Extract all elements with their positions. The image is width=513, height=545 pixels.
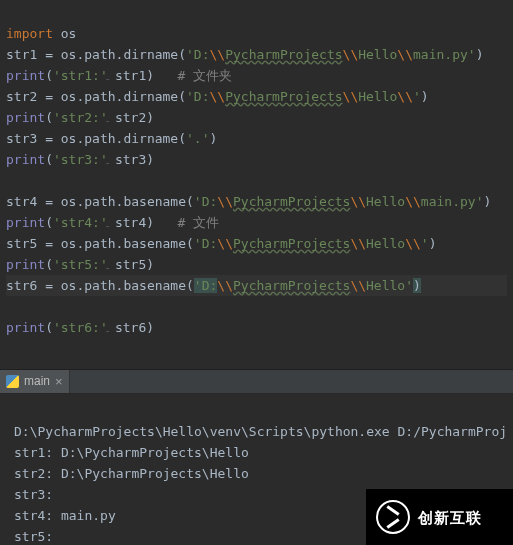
- console-line: D:\PycharmProjects\Hello\venv\Scripts\py…: [14, 424, 507, 439]
- code-line: print('str4:'str4) # 文件: [6, 215, 219, 230]
- watermark-text: 创新互联: [418, 507, 482, 528]
- run-tabbar: main ×: [0, 369, 513, 394]
- blank-line: [6, 341, 14, 356]
- code-line: print('str2:'str2): [6, 110, 154, 125]
- code-line: str3 = os.path.dirname('.'): [6, 131, 217, 146]
- code-line: print('str5:'str5): [6, 257, 154, 272]
- code-line: str4 = os.path.basename('D:\\PycharmProj…: [6, 194, 491, 209]
- code-line: print('str6:'str6): [6, 320, 154, 335]
- code-line: print('str1:'str1) # 文件夹: [6, 68, 232, 83]
- blank-line: [6, 173, 14, 188]
- code-line: import os: [6, 26, 76, 41]
- code-line-active: str6 = os.path.basename('D:\\PycharmProj…: [6, 275, 507, 296]
- tab-label: main: [24, 371, 50, 392]
- code-editor[interactable]: import os str1 = os.path.dirname('D:\\Py…: [0, 0, 513, 369]
- code-line: str5 = os.path.basename('D:\\PycharmProj…: [6, 236, 437, 251]
- python-file-icon: [6, 375, 19, 388]
- code-line: str2 = os.path.dirname('D:\\PycharmProje…: [6, 89, 429, 104]
- watermark-logo-icon: [376, 500, 410, 534]
- watermark: 创新互联: [366, 489, 513, 545]
- console-line: str1: D:\PycharmProjects\Hello: [14, 445, 249, 460]
- tab-main[interactable]: main ×: [0, 370, 70, 393]
- console-line: str2: D:\PycharmProjects\Hello: [14, 466, 249, 481]
- code-line: print('str3:'str3): [6, 152, 154, 167]
- console-line: str5:: [14, 529, 53, 544]
- console-line: str3:: [14, 487, 53, 502]
- close-icon[interactable]: ×: [55, 375, 63, 388]
- code-line: str1 = os.path.dirname('D:\\PycharmProje…: [6, 47, 483, 62]
- console-line: str4: main.py: [14, 508, 116, 523]
